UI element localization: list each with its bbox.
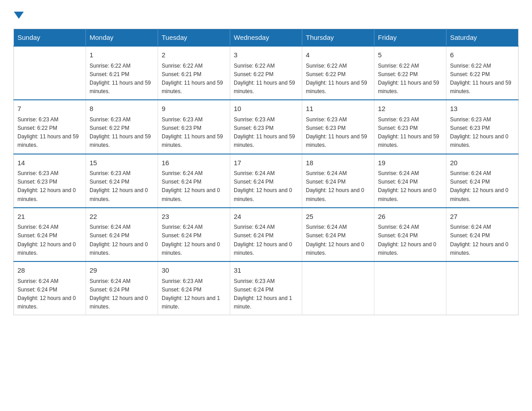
logo-triangle-icon [14,10,24,20]
calendar-cell: 18Sunrise: 6:24 AMSunset: 6:24 PMDayligh… [302,154,374,208]
day-number: 2 [162,50,226,60]
day-info: Sunrise: 6:23 AMSunset: 6:23 PMDaylight:… [450,116,515,150]
day-info: Sunrise: 6:24 AMSunset: 6:24 PMDaylight:… [306,169,370,204]
calendar-cell: 30Sunrise: 6:23 AMSunset: 6:24 PMDayligh… [158,261,230,315]
calendar-cell: 12Sunrise: 6:23 AMSunset: 6:23 PMDayligh… [374,100,446,154]
day-number: 12 [378,104,442,114]
page-header [13,9,519,20]
weekday-header-thursday: Thursday [302,29,374,47]
day-number: 17 [234,158,298,168]
week-row-5: 28Sunrise: 6:24 AMSunset: 6:24 PMDayligh… [14,261,519,315]
day-number: 14 [17,158,82,168]
day-number: 6 [450,50,515,60]
calendar-cell: 21Sunrise: 6:24 AMSunset: 6:24 PMDayligh… [14,208,86,261]
calendar-cell [14,46,86,100]
calendar-cell: 28Sunrise: 6:24 AMSunset: 6:24 PMDayligh… [14,261,86,315]
calendar-cell: 19Sunrise: 6:24 AMSunset: 6:24 PMDayligh… [374,154,446,208]
day-number: 1 [90,50,154,60]
calendar-cell: 14Sunrise: 6:23 AMSunset: 6:23 PMDayligh… [14,154,86,208]
calendar-cell: 10Sunrise: 6:23 AMSunset: 6:23 PMDayligh… [230,100,302,154]
calendar-cell: 29Sunrise: 6:24 AMSunset: 6:24 PMDayligh… [86,261,158,315]
weekday-header-friday: Friday [374,29,446,47]
day-number: 19 [378,158,442,168]
day-info: Sunrise: 6:24 AMSunset: 6:24 PMDaylight:… [378,223,442,257]
day-number: 25 [306,212,370,222]
weekday-header-monday: Monday [86,29,158,47]
calendar-cell: 7Sunrise: 6:23 AMSunset: 6:22 PMDaylight… [14,100,86,154]
day-number: 28 [17,265,82,276]
calendar-cell: 13Sunrise: 6:23 AMSunset: 6:23 PMDayligh… [446,100,519,154]
calendar-cell: 5Sunrise: 6:22 AMSunset: 6:22 PMDaylight… [374,46,446,100]
day-info: Sunrise: 6:24 AMSunset: 6:24 PMDaylight:… [306,223,370,257]
logo [13,9,24,20]
day-number: 20 [450,158,515,168]
day-number: 15 [90,158,154,168]
day-info: Sunrise: 6:24 AMSunset: 6:24 PMDaylight:… [450,223,515,257]
day-info: Sunrise: 6:24 AMSunset: 6:24 PMDaylight:… [450,169,515,204]
day-info: Sunrise: 6:24 AMSunset: 6:24 PMDaylight:… [162,223,226,257]
day-number: 8 [90,104,154,114]
calendar-cell: 16Sunrise: 6:24 AMSunset: 6:24 PMDayligh… [158,154,230,208]
calendar-cell: 4Sunrise: 6:22 AMSunset: 6:22 PMDaylight… [302,46,374,100]
day-number: 21 [17,212,82,222]
day-info: Sunrise: 6:22 AMSunset: 6:22 PMDaylight:… [234,62,298,96]
day-info: Sunrise: 6:24 AMSunset: 6:24 PMDaylight:… [17,223,82,257]
day-info: Sunrise: 6:23 AMSunset: 6:24 PMDaylight:… [234,277,298,312]
weekday-header-sunday: Sunday [14,29,86,47]
day-info: Sunrise: 6:22 AMSunset: 6:21 PMDaylight:… [90,62,154,96]
day-info: Sunrise: 6:22 AMSunset: 6:22 PMDaylight:… [306,62,370,96]
day-number: 13 [450,104,515,114]
day-info: Sunrise: 6:22 AMSunset: 6:22 PMDaylight:… [450,62,515,96]
day-info: Sunrise: 6:24 AMSunset: 6:24 PMDaylight:… [234,223,298,257]
day-info: Sunrise: 6:22 AMSunset: 6:21 PMDaylight:… [162,62,226,96]
calendar-cell: 9Sunrise: 6:23 AMSunset: 6:23 PMDaylight… [158,100,230,154]
day-info: Sunrise: 6:23 AMSunset: 6:22 PMDaylight:… [90,116,154,150]
day-number: 23 [162,212,226,222]
svg-marker-0 [14,12,24,19]
calendar-cell: 1Sunrise: 6:22 AMSunset: 6:21 PMDaylight… [86,46,158,100]
calendar-cell: 27Sunrise: 6:24 AMSunset: 6:24 PMDayligh… [446,208,519,261]
calendar-cell: 22Sunrise: 6:24 AMSunset: 6:24 PMDayligh… [86,208,158,261]
day-info: Sunrise: 6:23 AMSunset: 6:23 PMDaylight:… [17,169,82,204]
day-number: 29 [90,265,154,276]
day-info: Sunrise: 6:23 AMSunset: 6:23 PMDaylight:… [162,116,226,150]
calendar-cell [302,261,374,315]
calendar-cell: 17Sunrise: 6:24 AMSunset: 6:24 PMDayligh… [230,154,302,208]
day-number: 4 [306,50,370,60]
weekday-header-tuesday: Tuesday [158,29,230,47]
weekday-header-wednesday: Wednesday [230,29,302,47]
day-number: 16 [162,158,226,168]
week-row-2: 7Sunrise: 6:23 AMSunset: 6:22 PMDaylight… [14,100,519,154]
day-info: Sunrise: 6:23 AMSunset: 6:23 PMDaylight:… [234,116,298,150]
calendar-cell: 2Sunrise: 6:22 AMSunset: 6:21 PMDaylight… [158,46,230,100]
day-number: 7 [17,104,82,114]
weekday-header-row: SundayMondayTuesdayWednesdayThursdayFrid… [14,29,519,47]
day-number: 26 [378,212,442,222]
day-number: 5 [378,50,442,60]
day-number: 10 [234,104,298,114]
day-info: Sunrise: 6:23 AMSunset: 6:23 PMDaylight:… [378,116,442,150]
calendar-cell: 11Sunrise: 6:23 AMSunset: 6:23 PMDayligh… [302,100,374,154]
day-number: 18 [306,158,370,168]
weekday-header-saturday: Saturday [446,29,519,47]
calendar-cell: 23Sunrise: 6:24 AMSunset: 6:24 PMDayligh… [158,208,230,261]
day-info: Sunrise: 6:23 AMSunset: 6:24 PMDaylight:… [90,169,154,204]
calendar-cell: 31Sunrise: 6:23 AMSunset: 6:24 PMDayligh… [230,261,302,315]
day-info: Sunrise: 6:24 AMSunset: 6:24 PMDaylight:… [90,223,154,257]
week-row-1: 1Sunrise: 6:22 AMSunset: 6:21 PMDaylight… [14,46,519,100]
day-info: Sunrise: 6:22 AMSunset: 6:22 PMDaylight:… [378,62,442,96]
week-row-3: 14Sunrise: 6:23 AMSunset: 6:23 PMDayligh… [14,154,519,208]
day-number: 22 [90,212,154,222]
calendar-cell [374,261,446,315]
day-number: 30 [162,265,226,276]
calendar-cell: 3Sunrise: 6:22 AMSunset: 6:22 PMDaylight… [230,46,302,100]
calendar-cell: 6Sunrise: 6:22 AMSunset: 6:22 PMDaylight… [446,46,519,100]
day-info: Sunrise: 6:23 AMSunset: 6:23 PMDaylight:… [306,116,370,150]
calendar-cell: 26Sunrise: 6:24 AMSunset: 6:24 PMDayligh… [374,208,446,261]
day-number: 31 [234,265,298,276]
day-info: Sunrise: 6:24 AMSunset: 6:24 PMDaylight:… [378,169,442,204]
week-row-4: 21Sunrise: 6:24 AMSunset: 6:24 PMDayligh… [14,208,519,261]
day-info: Sunrise: 6:23 AMSunset: 6:24 PMDaylight:… [162,277,226,312]
calendar-cell: 25Sunrise: 6:24 AMSunset: 6:24 PMDayligh… [302,208,374,261]
day-info: Sunrise: 6:24 AMSunset: 6:24 PMDaylight:… [162,169,226,204]
